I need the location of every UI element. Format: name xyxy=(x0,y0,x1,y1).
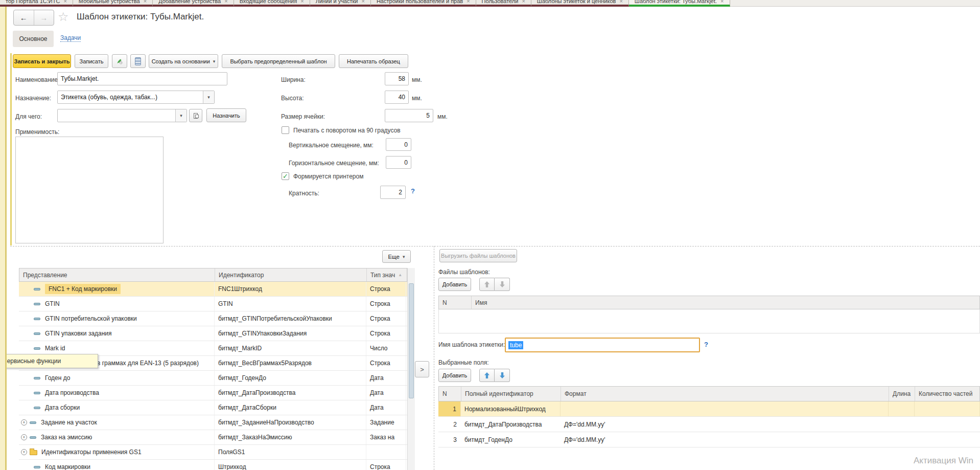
multiplicity-input[interactable]: 2 xyxy=(380,186,406,199)
print-sample-button[interactable]: Напечатать образец xyxy=(339,54,408,68)
name-input[interactable]: Тубы.Markjet. xyxy=(57,72,227,85)
attribute-icon xyxy=(34,303,40,305)
tab-close-icon[interactable]: × xyxy=(522,0,525,5)
tab-close-icon[interactable]: × xyxy=(144,0,147,5)
tab-tasks[interactable]: Задачи xyxy=(60,34,81,42)
add-field-button[interactable]: Добавить xyxy=(438,369,471,382)
field-row[interactable]: GTINGTINСтрока xyxy=(19,297,407,311)
applicability-textarea[interactable] xyxy=(15,137,164,243)
tab-close-icon[interactable]: × xyxy=(63,0,66,5)
field-row[interactable]: Код маркировкиШтрихкодСтрока xyxy=(19,460,407,470)
selected-field-row[interactable]: 1НормализованныйШтрихкод xyxy=(438,401,980,417)
cell-size-input[interactable]: 5 xyxy=(385,109,433,122)
expand-icon[interactable]: + xyxy=(21,419,27,426)
create-based-on-button[interactable]: Создать на основании ▾ xyxy=(149,54,218,68)
column-header[interactable]: N xyxy=(439,296,472,309)
for-what-select[interactable]: ▾ xyxy=(57,109,187,122)
height-input[interactable]: 40 xyxy=(385,91,409,104)
edit-pen-icon-button[interactable] xyxy=(112,54,127,68)
choose-predefined-template-button[interactable]: Выбрать предопределенный шаблон xyxy=(222,54,335,68)
save-and-close-button[interactable]: Записать и закрыть xyxy=(13,54,71,68)
save-button[interactable]: Записать xyxy=(75,54,108,68)
move-up-button[interactable] xyxy=(479,278,495,291)
tab-close-icon[interactable]: × xyxy=(619,0,622,5)
favorite-star-icon[interactable]: ☆ xyxy=(58,10,69,24)
column-header[interactable]: Полный идентификатор xyxy=(461,387,561,401)
horizontal-splitter[interactable] xyxy=(10,246,980,247)
column-header[interactable]: Тип знач▲ xyxy=(367,268,407,281)
back-button[interactable]: ← xyxy=(14,10,34,25)
column-header[interactable]: Представление xyxy=(19,268,215,281)
selected-field-row[interactable]: 3битмдт_ГоденДоДФ='dd.MM.yy' xyxy=(438,432,980,447)
vertical-offset-input[interactable]: 0 xyxy=(386,138,411,151)
field-row[interactable]: +Идентификаторы применения GS1ПоляGS1 xyxy=(19,445,407,460)
browser-tab[interactable]: Мобильные устройства× xyxy=(73,0,153,7)
horizontal-offset-input[interactable]: 0 xyxy=(386,156,411,169)
tab-close-icon[interactable]: × xyxy=(361,0,364,5)
field-row[interactable]: Дата производствабитмдт_ДатаПроизводства… xyxy=(19,386,407,400)
chevron-down-icon[interactable]: ▾ xyxy=(175,109,186,122)
browser-tab[interactable]: Настройки пользователей и прав× xyxy=(371,0,476,7)
attribute-icon xyxy=(34,466,40,468)
chevron-down-icon[interactable]: ▾ xyxy=(203,91,214,103)
structure-icon-button[interactable] xyxy=(130,54,146,68)
help-link[interactable]: ? xyxy=(411,187,415,195)
browser-tab[interactable]: Пользователи× xyxy=(476,0,531,7)
transfer-right-button[interactable]: > xyxy=(415,361,429,377)
column-header[interactable]: Длина xyxy=(889,387,915,401)
field-row[interactable]: Годен добитмдт_ГоденДоДата xyxy=(19,371,407,386)
tab-close-icon[interactable]: × xyxy=(720,0,724,5)
column-header[interactable]: Формат xyxy=(561,387,889,401)
rotate-90-label[interactable]: Печатать с поворотом на 90 градусов xyxy=(293,127,401,134)
template-name-input[interactable]: tube xyxy=(505,338,700,352)
move-down-button[interactable] xyxy=(495,278,510,291)
move-down-button[interactable] xyxy=(495,369,510,382)
help-link[interactable]: ? xyxy=(704,341,708,348)
history-nav: ← → xyxy=(13,10,54,26)
scrollbar-thumb[interactable] xyxy=(409,283,414,398)
files-table-empty-body[interactable] xyxy=(438,309,980,333)
tab-close-icon[interactable]: × xyxy=(466,0,470,5)
browser-tab[interactable]: Шаблоны этикеток и ценников× xyxy=(531,0,629,7)
vertical-scrollbar[interactable] xyxy=(407,268,415,470)
browser-tab[interactable]: Входящие сообщения× xyxy=(234,0,310,7)
browser-tab-active[interactable]: Шаблон этикетки: Тубы.Markjet.× xyxy=(629,0,730,7)
more-button[interactable]: Еще ▾ xyxy=(382,250,411,263)
windows-activation-watermark: Активация Win xyxy=(914,456,973,466)
open-choice-button[interactable] xyxy=(189,109,202,122)
field-row[interactable]: GTIN потребительской упаковкибитмдт_GTIN… xyxy=(19,311,407,326)
chevron-down-icon: ▾ xyxy=(213,59,216,64)
column-header[interactable]: N xyxy=(439,387,461,401)
browser-tab[interactable]: Линии и участки× xyxy=(310,0,371,7)
forward-button[interactable]: → xyxy=(34,10,54,25)
browser-tab[interactable]: тор Портала 1С:ИТС× xyxy=(0,0,73,7)
add-file-button[interactable]: Добавить xyxy=(438,278,471,291)
tab-main[interactable]: Основное xyxy=(13,31,54,47)
field-row[interactable]: +Заказ на эмиссиюбитмдт_ЗаказНаЭмиссиюЗа… xyxy=(19,430,407,445)
field-row[interactable]: +Задание на участокбитмдт_ЗаданиеНаПроиз… xyxy=(19,415,407,430)
printer-formed-checkbox[interactable]: ✓ xyxy=(282,172,289,180)
move-up-button[interactable] xyxy=(479,369,495,382)
browser-tab[interactable]: Добавление устройства× xyxy=(153,0,234,7)
vertical-offset-label: Вертикальное смещение, мм: xyxy=(289,142,374,149)
selected-text: tube xyxy=(508,341,523,349)
column-header[interactable]: Идентификатор xyxy=(215,268,367,281)
vertical-splitter[interactable] xyxy=(434,246,434,470)
width-input[interactable]: 58 xyxy=(385,72,409,85)
expand-icon[interactable]: + xyxy=(21,449,27,455)
rotate-90-checkbox[interactable]: ✓ xyxy=(282,126,289,134)
assign-button[interactable]: Назначить xyxy=(206,108,246,122)
attribute-icon xyxy=(34,332,40,335)
field-row[interactable]: GTIN упаковки заданиябитмдт_GTINУпаковки… xyxy=(19,326,407,341)
tab-close-icon[interactable]: × xyxy=(300,0,304,5)
field-row[interactable]: Дата сборкибитмдт_ДатаСборкиДата xyxy=(19,400,407,415)
tooltip: Сервисные функции xyxy=(0,354,98,368)
column-header[interactable]: Количество частей xyxy=(915,387,980,401)
tab-close-icon[interactable]: × xyxy=(224,0,227,5)
expand-icon[interactable]: + xyxy=(21,434,27,440)
printer-formed-label[interactable]: Формируется принтером xyxy=(293,173,363,180)
field-row[interactable]: FNC1 + Код маркировкиFNC1ШтрихкодСтрока xyxy=(19,282,407,297)
column-header[interactable]: Имя xyxy=(472,296,979,309)
selected-field-row[interactable]: 2битмдт_ДатаПроизводстваДФ='dd.MM.yy' xyxy=(438,417,980,432)
purpose-select[interactable]: Этикетка (обувь, одежда, табак...) ▾ xyxy=(57,91,215,104)
